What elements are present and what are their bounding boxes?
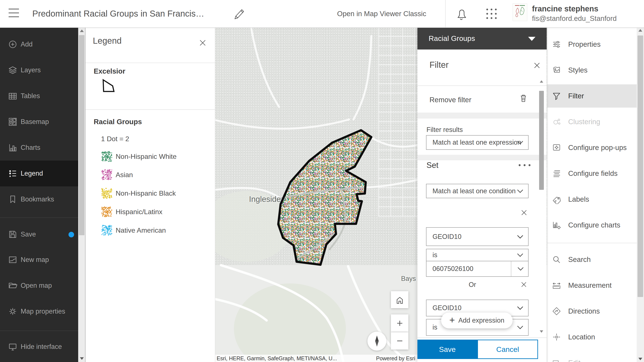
sidebar-item-new-map[interactable]: New map	[0, 247, 78, 273]
tool-label: Labels	[568, 195, 589, 203]
expression-1-operator-dropdown[interactable]: is	[426, 249, 528, 261]
sidebar-item-label: Bookmarks	[21, 195, 54, 203]
tool-search[interactable]: Search	[547, 247, 637, 273]
scroll-up-arrow[interactable]	[638, 29, 642, 32]
tool-edit[interactable]: Edit	[547, 350, 637, 362]
legend-panel-scrollbar[interactable]	[78, 27, 85, 362]
delete-filter-button[interactable]	[519, 93, 528, 104]
tool-styles[interactable]: Styles	[547, 57, 637, 83]
sidebar-item-label: Tables	[21, 92, 40, 100]
sidebar-item-label: Layers	[21, 66, 41, 74]
sidebar-divider	[0, 331, 78, 331]
scroll-down-arrow[interactable]	[540, 330, 543, 333]
tool-configure-fields[interactable]: Configure fields	[547, 161, 637, 186]
tool-properties[interactable]: Properties	[547, 31, 637, 57]
user-info[interactable]: francine stephens fis@stanford.edu_Stanf…	[532, 4, 617, 23]
layer-selector-dropdown[interactable]: Racial Groups	[418, 27, 547, 49]
tool-label: Configure charts	[568, 221, 620, 229]
tool-label: Edit	[568, 359, 580, 362]
sidebar-item-hide-interface[interactable]: Hide interface	[0, 334, 78, 360]
save-icon	[8, 229, 18, 239]
tool-location[interactable]: Location	[547, 324, 637, 350]
sidebar-item-label: Save	[21, 231, 36, 238]
close-icon	[533, 61, 541, 69]
sidebar-item-save[interactable]: Save	[0, 221, 78, 247]
cancel-button[interactable]: Cancel	[477, 340, 538, 359]
tool-label: Directions	[568, 307, 600, 315]
zoom-out-button[interactable]	[391, 332, 408, 350]
scroll-up-arrow[interactable]	[540, 80, 543, 83]
bookmark-icon	[8, 194, 18, 204]
sidebar-item-map-properties[interactable]: Map properties	[0, 299, 78, 324]
tool-measurement[interactable]: Measurement	[547, 273, 637, 298]
scroll-up-arrow[interactable]	[80, 29, 84, 32]
edit-title-button[interactable]	[233, 7, 246, 20]
filter-results-value: Match at least one expression	[432, 139, 521, 146]
legend-panel: Legend Excelsior Racial Groups 1 Dot = 2…	[85, 27, 215, 362]
divider	[86, 109, 215, 110]
home-button[interactable]	[391, 291, 408, 308]
scrollbar-thumb[interactable]	[638, 35, 643, 297]
open-map-viewer-classic-link[interactable]: Open in Map Viewer Classic	[337, 0, 426, 27]
legend-swatch-non-hispanic-white	[102, 151, 112, 162]
set-options-menu-button[interactable]	[519, 164, 530, 166]
remove-expression-1-button[interactable]	[520, 209, 528, 217]
sidebar-item-tables[interactable]: Tables	[0, 83, 78, 109]
close-icon	[198, 38, 207, 47]
app-launcher-button[interactable]	[485, 7, 498, 20]
tool-configure-popups[interactable]: Configure pop-ups	[547, 135, 637, 161]
compass-button[interactable]	[368, 332, 386, 351]
legend-dot-value: 1 Dot = 2	[101, 135, 129, 143]
chevron-down-icon	[517, 306, 524, 310]
expression-1-field-dropdown[interactable]: GEOID10	[426, 227, 528, 246]
window-scrollbar[interactable]	[637, 27, 644, 362]
sidebar-item-charts[interactable]: Charts	[0, 135, 78, 161]
tool-clustering: Clustering	[547, 109, 637, 135]
sidebar-item-bookmarks[interactable]: Bookmarks	[0, 186, 78, 212]
scroll-down-arrow[interactable]	[638, 358, 642, 360]
remove-expression-2-button[interactable]	[520, 281, 528, 288]
sidebar-item-basemap[interactable]: Basemap	[0, 109, 78, 135]
legend-swatch-non-hispanic-black	[102, 188, 112, 199]
filter-results-dropdown[interactable]: Match at least one expression	[426, 135, 528, 150]
main-menu-button[interactable]	[7, 6, 21, 20]
avatar[interactable]	[512, 3, 527, 21]
expression-1-value-combobox[interactable]: 06075026100	[426, 261, 528, 277]
sidebar-item-label: Hide interface	[21, 343, 62, 351]
zoom-in-button[interactable]	[391, 315, 408, 332]
close-filter-button[interactable]	[533, 61, 542, 70]
divider	[511, 261, 511, 276]
scroll-down-arrow[interactable]	[80, 357, 84, 360]
open-folder-icon	[8, 281, 18, 291]
tool-filter[interactable]: Filter	[547, 83, 637, 109]
save-button[interactable]: Save	[418, 340, 477, 359]
close-legend-button[interactable]	[198, 38, 207, 47]
tool-directions[interactable]: Directions	[547, 298, 637, 324]
sliders-icon	[552, 40, 561, 49]
tool-labels[interactable]: Labels	[547, 186, 637, 212]
tool-label: Configure pop-ups	[568, 144, 627, 152]
sidebar-item-add[interactable]: Add	[0, 31, 78, 57]
scrollbar-thumb[interactable]	[539, 91, 544, 190]
popup-gear-icon	[552, 143, 561, 152]
legend-item-label: Non-Hispanic Black	[116, 188, 176, 199]
sidebar-item-label: Legend	[21, 170, 43, 177]
ruler-icon	[552, 281, 561, 290]
tool-configure-charts[interactable]: Configure charts	[547, 212, 637, 238]
field-value: GEOID10	[432, 233, 461, 241]
add-expression-button[interactable]: + Add expression	[441, 313, 512, 329]
excelsior-boundary-symbol	[102, 78, 116, 93]
notifications-button[interactable]	[454, 6, 468, 21]
divider	[445, 0, 446, 27]
plus-icon	[395, 319, 404, 328]
contents-sidebar: Add Layers Tables Basemap Charts Legend …	[0, 27, 78, 362]
match-condition-dropdown[interactable]: Match at least one condition	[426, 184, 528, 198]
tool-label: Styles	[568, 66, 588, 74]
sidebar-item-open-map[interactable]: Open map	[0, 273, 78, 299]
sidebar-item-layers[interactable]: Layers	[0, 57, 78, 83]
legend-swatch-native-american	[102, 225, 112, 236]
scrollbar-thumb[interactable]	[79, 35, 84, 235]
sidebar-item-legend[interactable]: Legend	[0, 161, 78, 186]
layer-selector-value: Racial Groups	[428, 34, 475, 43]
remove-filter-button[interactable]: Remove filter	[430, 96, 471, 104]
